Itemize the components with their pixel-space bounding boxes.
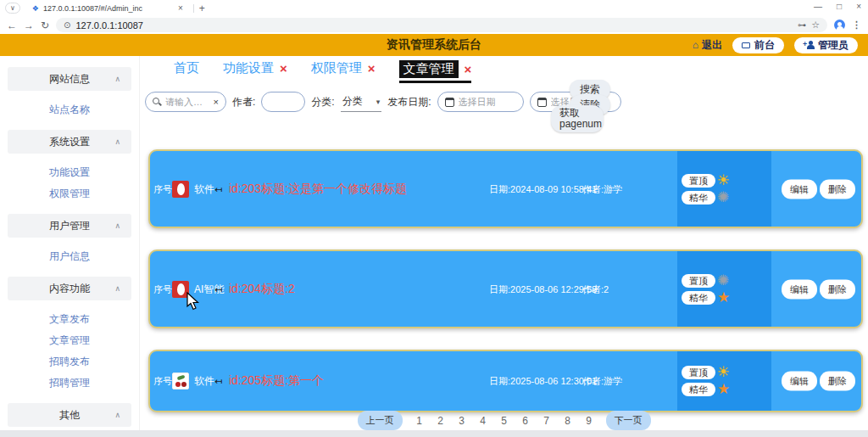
close-tab-icon[interactable]: × <box>280 62 287 75</box>
page-number[interactable]: 6 <box>521 415 530 427</box>
article-thumbnail <box>172 181 189 198</box>
sidebar-item-job-mgmt[interactable]: 招聘管理 <box>0 374 139 392</box>
calendar-icon <box>537 98 547 107</box>
get-pagenum-button[interactable]: 获取 pagenum <box>551 105 604 132</box>
feature-button[interactable]: 精华 <box>682 383 715 396</box>
article-author: 作者:游学 <box>582 375 622 388</box>
bank-icon: ⌂ <box>693 39 698 51</box>
browser-toolbar: ← → ↻ ⊙ 127.0.0.1:10087 ⊶ ☆ ⋮ <box>0 16 868 34</box>
prev-page-button[interactable]: 上一页 <box>358 411 403 430</box>
search-input[interactable]: 请输入… × <box>145 92 226 112</box>
page-number[interactable]: 1 <box>415 415 424 427</box>
delete-button[interactable]: 删除 <box>820 179 855 199</box>
chevron-up-icon: ∧ <box>114 411 120 419</box>
pin-top-button[interactable]: 置顶 <box>682 366 715 379</box>
chevron-up-icon: ∧ <box>114 137 120 146</box>
tab-divider <box>193 4 194 13</box>
sidebar-item-function-settings[interactable]: 功能设置 <box>0 164 139 182</box>
reload-icon[interactable]: ↻ <box>41 20 49 31</box>
close-tab-icon[interactable]: × <box>465 63 472 76</box>
sidebar-group-content[interactable]: 内容功能 ∧ <box>8 277 131 300</box>
page-number[interactable]: 3 <box>458 415 466 427</box>
admin-button[interactable]: 管理员 <box>794 37 858 53</box>
feature-button[interactable]: 精华 <box>682 291 715 305</box>
back-icon[interactable]: ← <box>7 20 17 31</box>
pin-top-button[interactable]: 置顶 <box>682 274 715 288</box>
author-label: 作者: <box>232 95 255 109</box>
sidebar-group-site-info[interactable]: 网站信息 ∧ <box>8 67 131 91</box>
page-number[interactable]: 8 <box>564 415 572 427</box>
page-number[interactable]: 7 <box>542 415 551 427</box>
password-key-icon[interactable]: ⊶ <box>798 20 806 30</box>
browser-tab-strip: ∨ ❖ 127.0.0.1:10087/#/Admin_inc × + — □ … <box>0 0 868 16</box>
site-info-icon[interactable]: ⊙ <box>64 20 70 30</box>
tab-function-settings[interactable]: 功能设置 × <box>223 60 287 79</box>
profile-avatar[interactable] <box>834 20 845 31</box>
article-author: 作者:游学 <box>582 182 622 195</box>
pin-status-icon: ✺ <box>717 274 729 288</box>
tab-article-mgmt[interactable]: 文章管理 × <box>399 60 472 83</box>
delete-button[interactable]: 删除 <box>820 372 855 391</box>
left-arrow-icon: ↤ <box>214 183 222 194</box>
author-input[interactable] <box>261 92 305 112</box>
logout-button[interactable]: ⌂ 退出 <box>693 38 722 53</box>
sidebar-item-site-name[interactable]: 站点名称 <box>0 101 139 119</box>
sidebar-group-user-mgmt[interactable]: 用户管理 ∧ <box>8 214 131 238</box>
close-tab-icon[interactable]: × <box>368 62 376 75</box>
address-bar[interactable]: ⊙ 127.0.0.1:10087 ⊶ ☆ <box>56 18 827 32</box>
sidebar: 网站信息 ∧ 站点名称 系统设置 ∧ 功能设置 权限管理 用户管理 ∧ 用户信息… <box>0 56 140 437</box>
page-number[interactable]: 5 <box>500 415 509 427</box>
sidebar-item-permission-mgmt[interactable]: 权限管理 <box>0 185 139 203</box>
tab-home[interactable]: 首页 <box>174 60 199 79</box>
window-maximize-button[interactable]: □ <box>837 2 842 11</box>
pin-top-button[interactable]: 置顶 <box>682 174 715 188</box>
person-add-icon <box>804 41 814 50</box>
window-minimize-button[interactable]: — <box>814 2 822 11</box>
bookmark-star-icon[interactable]: ☆ <box>811 20 820 31</box>
forward-icon[interactable]: → <box>24 20 34 31</box>
delete-button[interactable]: 删除 <box>820 279 855 299</box>
page-number[interactable]: 4 <box>479 415 487 427</box>
tab-search-icon[interactable]: ∨ <box>5 3 20 14</box>
clear-search-icon[interactable]: × <box>214 97 219 107</box>
browser-tab[interactable]: ❖ 127.0.0.1:10087/#/Admin_inc × <box>27 1 188 15</box>
edit-button[interactable]: 编辑 <box>782 372 817 391</box>
tab-permission-mgmt[interactable]: 权限管理 × <box>311 60 376 79</box>
sidebar-group-system-settings[interactable]: 系统设置 ∧ <box>8 130 131 154</box>
article-toggle-band: 置顶 ☀ 精华 ★ <box>677 351 771 411</box>
category-select[interactable]: 分类 ▾ <box>341 92 382 112</box>
url-text: 127.0.0.1:10087 <box>75 20 143 31</box>
sidebar-item-article-mgmt[interactable]: 文章管理 <box>0 332 139 350</box>
browser-tab-title: 127.0.0.1:10087/#/Admin_inc <box>43 4 174 13</box>
sidebar-item-user-info[interactable]: 用户信息 <box>0 248 139 266</box>
chevron-up-icon: ∧ <box>114 221 120 230</box>
page-number[interactable]: 9 <box>585 415 593 427</box>
sidebar-item-article-publish[interactable]: 文章发布 <box>0 311 139 328</box>
edit-button[interactable]: 编辑 <box>782 179 817 199</box>
feature-button[interactable]: 精华 <box>682 191 715 204</box>
article-title[interactable]: id:204标题:2 <box>229 282 295 297</box>
article-toggle-band: 置顶 ☀ 精华 ✺ <box>677 151 771 227</box>
article-title[interactable]: id:203标题:这是第一个修改得标题 <box>229 182 407 197</box>
chevron-up-icon: ∧ <box>114 284 120 293</box>
frontend-button[interactable]: 前台 <box>732 37 784 53</box>
article-date: 日期:2025-08-06 12:29:58 <box>489 283 597 295</box>
browser-menu-icon[interactable]: ⋮ <box>852 20 861 31</box>
article-title[interactable]: id:205标题:第一个 <box>229 373 324 389</box>
date-start-input[interactable]: 选择日期 <box>437 92 524 112</box>
publish-date-label: 发布日期: <box>387 95 431 109</box>
edit-button[interactable]: 编辑 <box>782 279 817 299</box>
calendar-icon <box>445 98 454 107</box>
article-category: 软件 <box>194 374 214 389</box>
page-title: 资讯管理系统后台 <box>387 37 481 53</box>
page-number[interactable]: 2 <box>437 415 445 427</box>
browser-chrome: ∨ ❖ 127.0.0.1:10087/#/Admin_inc × + — □ … <box>0 0 868 34</box>
sidebar-item-job-publish[interactable]: 招聘发布 <box>0 353 139 371</box>
filter-bar: 请输入… × 作者: 分类: 分类 ▾ 发布日期: 选择日期 选择日期 <box>145 92 621 112</box>
window-close-button[interactable]: × <box>856 2 861 11</box>
tab-close-icon[interactable]: × <box>178 3 183 13</box>
sidebar-group-other[interactable]: 其他 ∧ <box>8 403 131 427</box>
next-page-button[interactable]: 下一页 <box>606 411 651 430</box>
new-tab-button[interactable]: + <box>199 3 205 14</box>
content-tabs: 首页 功能设置 × 权限管理 × 文章管理 × <box>174 60 471 81</box>
